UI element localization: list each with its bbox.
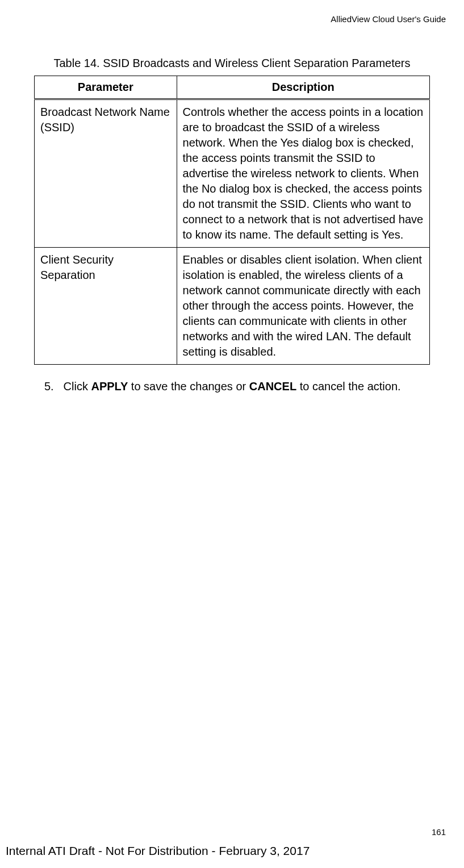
step-text-mid: to save the changes or: [128, 380, 249, 393]
instruction-step: 5. Click APPLY to save the changes or CA…: [34, 379, 430, 394]
parameters-table: Parameter Description Broadcast Network …: [34, 76, 430, 365]
step-bold-cancel: CANCEL: [249, 380, 296, 393]
step-number: 5.: [44, 379, 60, 394]
step-bold-apply: APPLY: [91, 380, 128, 393]
table-header-parameter: Parameter: [35, 76, 177, 99]
footer-draft-notice: Internal ATI Draft - Not For Distributio…: [6, 844, 310, 858]
page-content: Table 14. SSID Broadcasts and Wireless C…: [0, 0, 464, 394]
table-cell-parameter: Client Security Separation: [35, 248, 177, 365]
table-cell-description: Enables or disables client isolation. Wh…: [177, 248, 429, 365]
table-cell-parameter: Broadcast Network Name (SSID): [35, 99, 177, 248]
header-guide-title: AlliedView Cloud User's Guide: [331, 14, 446, 24]
table-header-description: Description: [177, 76, 429, 99]
table-caption: Table 14. SSID Broadcasts and Wireless C…: [34, 57, 430, 70]
page-number: 161: [432, 827, 446, 837]
table-header-row: Parameter Description: [35, 76, 430, 99]
table-row: Broadcast Network Name (SSID) Controls w…: [35, 99, 430, 248]
step-text-prefix: Click: [64, 380, 91, 393]
table-cell-description: Controls whether the access points in a …: [177, 99, 429, 248]
table-row: Client Security Separation Enables or di…: [35, 248, 430, 365]
step-text-suffix: to cancel the action.: [296, 380, 400, 393]
